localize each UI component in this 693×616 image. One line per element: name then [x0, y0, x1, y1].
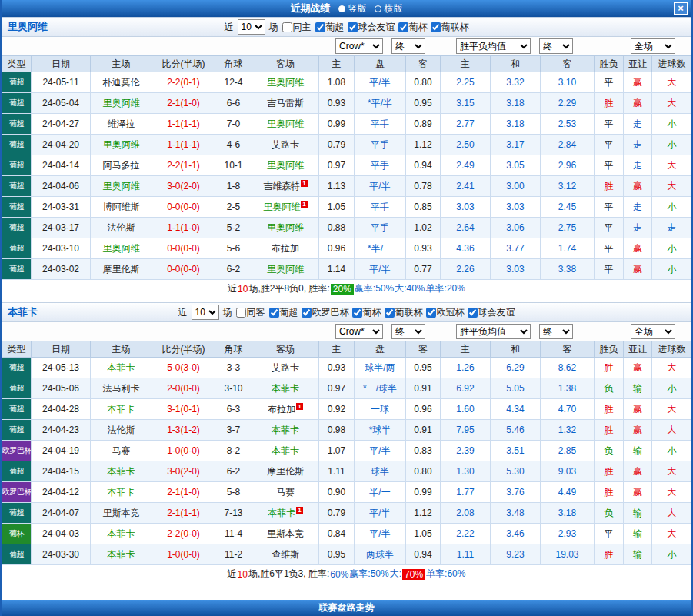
- euro-odds-cell: 7.95: [441, 420, 491, 441]
- euro-phase-select[interactable]: 终: [539, 38, 573, 54]
- section-header-benfica: 本菲卡 近 10 场 同客 葡超欧罗巴杯葡杯葡联杯欧冠杯球会友谊: [2, 302, 691, 322]
- match-row[interactable]: 葡超24-04-14阿马多拉2-2(1-1)10-1里奥阿维0.97平手0.94…: [2, 155, 692, 176]
- asian-odds-cell: 0.89: [406, 114, 441, 135]
- league-filter-欧罗巴杯[interactable]: 欧罗巴杯: [302, 306, 349, 319]
- asian-odds-cell: 0.95: [406, 358, 441, 378]
- score-cell: 1-0(0-0): [152, 441, 215, 461]
- same-venue-filter[interactable]: 同主: [282, 21, 312, 34]
- asian-odds-cell: 1.07: [319, 441, 355, 461]
- euro-odds-cell: 9.03: [541, 461, 595, 482]
- match-count-select[interactable]: 10: [238, 19, 265, 35]
- euro-phase-select[interactable]: 终: [539, 324, 573, 339]
- match-row[interactable]: 葡超24-03-10里奥阿维0-0(0-0)5-6布拉加0.96*半/一0.93…: [2, 238, 692, 259]
- match-row[interactable]: 葡超24-04-15本菲卡3-0(2-0)6-2摩里伦斯1.11球半0.801.…: [2, 461, 692, 482]
- euro-odds-cell: 3.48: [491, 503, 541, 524]
- date-cell: 24-05-06: [32, 378, 91, 399]
- league-type-cell: 葡超: [2, 399, 32, 420]
- match-row[interactable]: 葡杯24-04-03本菲卡2-2(0-0)11-4里斯本竞0.84平/半1.05…: [2, 524, 692, 544]
- match-row[interactable]: 葡超24-04-06里奥阿维3-0(2-0)1-8吉维森特11.13平/半0.7…: [2, 176, 692, 197]
- league-filter-葡联杯[interactable]: 葡联杯: [431, 21, 469, 34]
- match-row[interactable]: 葡超24-03-17法伦斯1-1(1-0)5-2里奥阿维0.88平手1.022.…: [2, 218, 692, 238]
- scope-select[interactable]: 全场: [631, 38, 675, 54]
- league-filter-葡超[interactable]: 葡超: [269, 306, 298, 319]
- result-cell: 胜: [595, 461, 624, 482]
- layout-radio-vertical[interactable]: 竖版: [338, 2, 367, 15]
- euro-odds-cell: 3.46: [491, 524, 541, 544]
- league-filter-球会友谊[interactable]: 球会友谊: [468, 306, 515, 319]
- euro-odds-cell: 2.08: [441, 503, 491, 524]
- match-row[interactable]: 葡超24-04-28本菲卡3-1(0-1)6-3布拉加10.92一球0.961.…: [2, 399, 692, 420]
- date-cell: 24-03-30: [32, 544, 91, 565]
- league-filter-葡联杯[interactable]: 葡联杯: [385, 306, 423, 319]
- match-row[interactable]: 欧罗巴杯24-04-19马赛1-0(0-0)8-2本菲卡1.07平/半0.832…: [2, 441, 692, 461]
- match-count-select[interactable]: 10: [192, 305, 219, 320]
- metric-select[interactable]: 胜平负均值: [456, 324, 531, 339]
- section-header-rio-ave: 里奥阿维 近 10 场 同主 葡超球会友谊葡杯葡联杯: [2, 17, 691, 37]
- match-row[interactable]: 葡超24-03-31博阿维斯0-0(0-0)2-5里奥阿维11.05平手0.85…: [2, 197, 692, 218]
- league-checkbox[interactable]: [352, 308, 362, 318]
- corner-cell: 12-4: [215, 72, 252, 93]
- same-venue-checkbox[interactable]: [236, 308, 246, 318]
- handicap-cell: 平/半: [355, 503, 406, 524]
- league-filter-葡超[interactable]: 葡超: [315, 21, 345, 34]
- asian-odds-cell: 0.88: [319, 218, 355, 238]
- date-cell: 24-04-20: [32, 135, 91, 155]
- match-row[interactable]: 欧罗巴杯24-04-12本菲卡2-1(1-0)5-8马赛0.90半/一0.991…: [2, 482, 692, 503]
- league-checkbox[interactable]: [269, 308, 279, 318]
- league-filter-葡杯[interactable]: 葡杯: [398, 21, 428, 34]
- result-cell: 小: [652, 441, 692, 461]
- match-row[interactable]: 葡超24-05-13本菲卡5-0(3-0)3-3艾路卡0.93球半/两0.951…: [2, 358, 692, 378]
- score-cell: 2-2(0-0): [152, 524, 215, 544]
- summary-segment: 大:40%: [395, 282, 425, 295]
- result-cell: 胜: [595, 482, 624, 503]
- match-row[interactable]: 葡超24-05-11朴迪莫伦2-2(0-1)12-4里奥阿维1.08平/半0.8…: [2, 72, 692, 93]
- corner-cell: 8-2: [215, 441, 252, 461]
- league-filter-球会友谊[interactable]: 球会友谊: [348, 21, 395, 34]
- euro-odds-cell: 2.85: [541, 441, 595, 461]
- match-row[interactable]: 葡超24-04-07里斯本竞2-1(1-1)7-13本菲卡10.79平/半1.1…: [2, 503, 692, 524]
- asian-odds-cell: 1.14: [319, 259, 355, 280]
- result-cell: 走: [624, 135, 652, 155]
- company-select[interactable]: Crow*: [335, 324, 383, 339]
- close-icon[interactable]: ×: [674, 2, 688, 15]
- company-select[interactable]: Crow*: [335, 38, 383, 54]
- league-type-cell: 葡超: [2, 72, 32, 93]
- match-row[interactable]: 葡超24-05-06法马利卡2-0(0-0)3-10本菲卡0.97*一/球半0.…: [2, 378, 692, 399]
- euro-odds-cell: 5.30: [491, 461, 541, 482]
- asian-odds-cell: 0.98: [319, 420, 355, 441]
- match-row[interactable]: 葡超24-05-04里奥阿维2-1(1-0)6-6吉马雷斯0.93*平/半0.9…: [2, 93, 692, 114]
- metric-select[interactable]: 胜平负均值: [456, 38, 531, 54]
- asian-odds-cell: 0.93: [406, 238, 441, 259]
- league-checkbox[interactable]: [398, 22, 408, 32]
- match-row[interactable]: 葡超24-04-20里奥阿维1-1(1-1)4-6艾路卡0.79平手1.122.…: [2, 135, 692, 155]
- result-cell: 赢: [624, 461, 652, 482]
- league-checkbox[interactable]: [385, 308, 395, 318]
- league-checkbox[interactable]: [302, 308, 312, 318]
- table-body: 葡超24-05-11朴迪莫伦2-2(0-1)12-4里奥阿维1.08平/半0.8…: [2, 72, 692, 280]
- layout-radio-horizontal[interactable]: 横版: [375, 2, 403, 15]
- league-filter-欧冠杯[interactable]: 欧冠杯: [426, 306, 465, 319]
- date-cell: 24-04-23: [32, 420, 91, 441]
- column-header: 主: [441, 56, 491, 72]
- odds-phase-select[interactable]: 终: [391, 38, 425, 54]
- league-checkbox[interactable]: [348, 22, 358, 32]
- team-cell: 吉维森特1: [252, 176, 319, 197]
- league-checkbox[interactable]: [431, 22, 441, 32]
- odds-phase-select[interactable]: 终: [391, 324, 425, 339]
- result-cell: 大: [652, 155, 692, 176]
- team-cell: 吉马雷斯: [252, 93, 319, 114]
- euro-odds-cell: 6.29: [491, 358, 541, 378]
- same-venue-checkbox[interactable]: [282, 22, 292, 32]
- euro-odds-cell: 1.60: [441, 399, 491, 420]
- league-filter-葡杯[interactable]: 葡杯: [352, 306, 381, 319]
- scope-select[interactable]: 全场: [631, 324, 675, 339]
- same-venue-filter[interactable]: 同客: [236, 306, 265, 319]
- match-row[interactable]: 葡超24-04-27维泽拉1-1(1-1)7-0里奥阿维0.99平手0.892.…: [2, 114, 692, 135]
- match-row[interactable]: 葡超24-03-02摩里伦斯0-0(0-0)6-2里奥阿维1.14平/半0.77…: [2, 259, 692, 280]
- league-checkbox[interactable]: [468, 308, 478, 318]
- result-cell: 平: [595, 72, 624, 93]
- match-row[interactable]: 葡超24-03-30本菲卡1-0(0-0)11-2查维斯0.95两球半0.941…: [2, 544, 692, 565]
- match-row[interactable]: 葡超24-04-23法伦斯1-3(1-2)3-7本菲卡0.98*球半0.917.…: [2, 420, 692, 441]
- league-checkbox[interactable]: [315, 22, 325, 32]
- league-checkbox[interactable]: [426, 308, 436, 318]
